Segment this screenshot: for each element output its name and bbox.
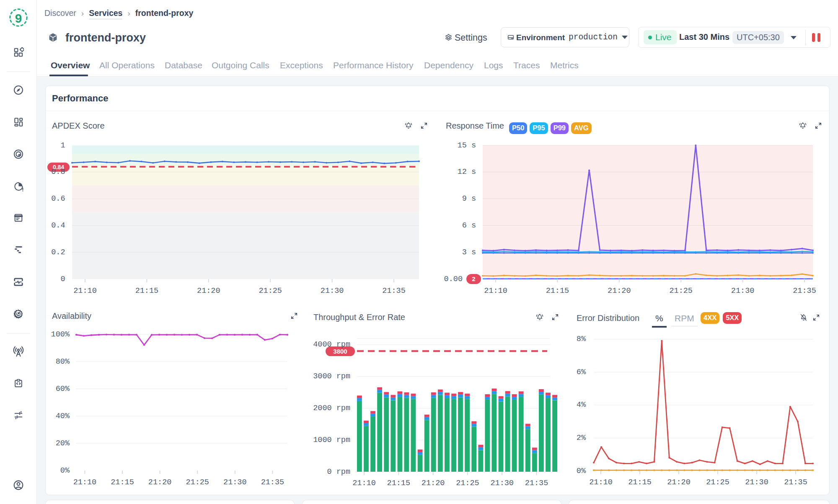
svg-text:60%: 60% — [56, 385, 70, 393]
svg-text:9 s: 9 s — [462, 194, 476, 203]
svg-text:0.8: 0.8 — [51, 168, 65, 176]
svg-text:21:35: 21:35 — [261, 478, 285, 487]
svg-text:0.4: 0.4 — [51, 221, 65, 230]
svg-text:80%: 80% — [56, 357, 70, 366]
svg-text:1000 rpm: 1000 rpm — [313, 436, 350, 445]
svg-text:40%: 40% — [56, 412, 70, 421]
svg-text:0%: 0% — [60, 466, 70, 475]
svg-text:9: 9 — [15, 11, 22, 25]
svg-text:8%: 8% — [577, 335, 586, 344]
svg-text:3000 rpm: 3000 rpm — [313, 372, 350, 381]
svg-text:0.00: 0.00 — [444, 275, 463, 284]
svg-text:21:25: 21:25 — [456, 479, 479, 488]
svg-text:21:10: 21:10 — [484, 287, 507, 295]
svg-text:3 s: 3 s — [462, 248, 476, 257]
svg-text:20%: 20% — [56, 439, 70, 448]
svg-text:2%: 2% — [577, 434, 586, 442]
svg-text:0 rpm: 0 rpm — [327, 468, 350, 476]
svg-text:21:30: 21:30 — [731, 287, 755, 295]
svg-text:0.2: 0.2 — [51, 248, 65, 257]
svg-text:21:20: 21:20 — [667, 478, 691, 487]
svg-text:6 s: 6 s — [462, 221, 476, 230]
svg-text:4000 rpm: 4000 rpm — [313, 340, 350, 349]
svg-text:21:30: 21:30 — [745, 478, 768, 487]
svg-text:21:20: 21:20 — [608, 287, 631, 295]
svg-text:21:25: 21:25 — [259, 287, 282, 295]
svg-text:1: 1 — [60, 141, 65, 150]
svg-text:21:30: 21:30 — [223, 478, 247, 487]
svg-text:21:15: 21:15 — [135, 287, 159, 295]
svg-text:21:15: 21:15 — [628, 478, 652, 487]
svg-text:21:35: 21:35 — [793, 287, 816, 295]
svg-text:21:20: 21:20 — [422, 479, 445, 488]
svg-text:100%: 100% — [51, 330, 70, 339]
svg-text:0%: 0% — [577, 467, 586, 476]
svg-text:21:15: 21:15 — [387, 479, 411, 488]
svg-text:21:10: 21:10 — [73, 478, 97, 487]
svg-text:21:10: 21:10 — [352, 479, 376, 488]
svg-text:21:35: 21:35 — [784, 478, 807, 487]
svg-text:21:30: 21:30 — [321, 287, 344, 295]
svg-text:21:25: 21:25 — [669, 287, 693, 295]
svg-text:12 s: 12 s — [458, 168, 476, 176]
svg-text:21:20: 21:20 — [197, 287, 220, 295]
svg-text:21:15: 21:15 — [111, 478, 134, 487]
svg-text:4%: 4% — [577, 401, 586, 409]
svg-text:0.6: 0.6 — [51, 194, 65, 203]
svg-text:15 s: 15 s — [458, 141, 476, 150]
svg-text:0: 0 — [60, 275, 65, 284]
svg-text:21:25: 21:25 — [186, 478, 209, 487]
svg-text:21:35: 21:35 — [525, 479, 548, 488]
svg-text:21:20: 21:20 — [148, 478, 172, 487]
svg-text:21:30: 21:30 — [490, 479, 514, 488]
svg-text:21:15: 21:15 — [546, 287, 569, 295]
svg-text:21:35: 21:35 — [382, 287, 406, 295]
svg-text:2000 rpm: 2000 rpm — [313, 404, 350, 413]
svg-text:21:10: 21:10 — [589, 478, 613, 487]
svg-text:21:10: 21:10 — [73, 287, 97, 295]
svg-text:6%: 6% — [577, 368, 586, 377]
svg-text:21:25: 21:25 — [706, 478, 729, 487]
